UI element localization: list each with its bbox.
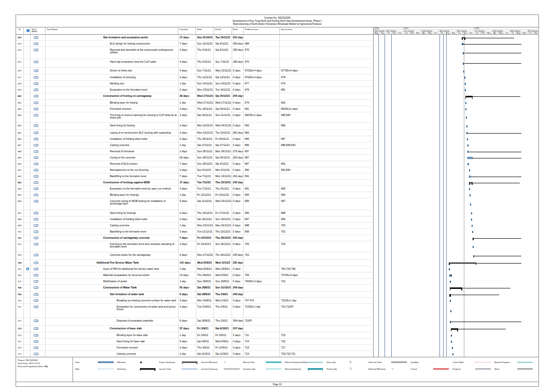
slack-line xyxy=(464,63,521,64)
slack-line xyxy=(458,329,506,329)
cell-successors: 683SS+2 days xyxy=(280,106,374,112)
cell-id: 714 xyxy=(16,332,24,339)
inactive-milestone-sample-icon xyxy=(224,360,239,364)
cell-predecessors: 694 xyxy=(244,192,280,198)
cell-indicators xyxy=(24,68,31,75)
gantt-row xyxy=(374,41,538,47)
legend-sample-finish-only xyxy=(349,367,365,371)
psum-sample-icon xyxy=(182,361,197,363)
cell-id: 682 xyxy=(16,106,24,112)
cell-successors xyxy=(280,326,374,332)
task-mode-icon xyxy=(34,194,38,196)
cell-id: 688 xyxy=(16,149,24,155)
cell-finish: Sat 6/11/21 xyxy=(214,47,232,59)
slack-line xyxy=(474,238,521,239)
cell-indicators xyxy=(24,292,31,298)
task-bar xyxy=(465,102,466,104)
cell-start: Sat 28/8/21 xyxy=(196,285,215,292)
cell-successors xyxy=(280,59,374,68)
legend-sample-psum xyxy=(182,360,197,364)
cell-indicators xyxy=(24,59,31,68)
task-mode-icon xyxy=(34,353,38,355)
gantt-row xyxy=(374,161,538,167)
cell-start: Tue 7/12/21 xyxy=(196,173,215,180)
task-row-700: 700Backfilling to the formation level3 d… xyxy=(16,229,538,235)
cell-predecessors: 683 xyxy=(244,130,280,136)
cell-task-mode xyxy=(31,266,46,272)
cell-start: Mon 27/12/21 xyxy=(196,252,215,260)
cell-task-name: Steel fixing for footing xyxy=(46,123,179,130)
task-row-697: 697Steel fixing for footings2 daysThu 16… xyxy=(16,210,538,216)
cell-task-mode xyxy=(31,75,46,81)
task-mode-icon xyxy=(34,156,38,159)
cell-float: 0 days xyxy=(232,123,244,130)
cell-indicators xyxy=(24,167,31,173)
cell-finish: Sat 13/11/21 xyxy=(214,75,232,81)
timescale-month: Mar xyxy=(415,32,420,34)
legend-item: Critical Split xyxy=(452,360,494,364)
cell-predecessors: 670 xyxy=(244,59,280,68)
cell-float: 262 days xyxy=(232,173,244,180)
task-bar xyxy=(470,204,471,206)
legend-sample-duration-only xyxy=(266,367,281,371)
cell-start: Fri 3/9/21 xyxy=(196,332,215,339)
legend-sample-external xyxy=(391,360,407,364)
legend-item: Critical xyxy=(410,367,452,371)
slack-line xyxy=(463,44,521,45)
task-row-704: 704Additional Fire Service Water Tank141… xyxy=(16,260,538,266)
cell-successors: 699 xyxy=(280,216,374,223)
timescale-year: 2020 xyxy=(374,27,403,30)
cell-start: Sun 28/11/21 xyxy=(196,155,215,161)
timescale-quarter: 3rd Quarter xyxy=(509,30,527,32)
cell-id: 685 xyxy=(16,130,24,136)
cell-duration: 1 day xyxy=(179,351,196,357)
cell-task-name: Curing to the concrete xyxy=(46,155,179,161)
legend-item: Inactive Summary xyxy=(201,367,243,371)
gantt-row xyxy=(374,173,538,180)
cell-predecessors xyxy=(244,180,280,186)
task-row-701: 701Construction of carriageway concrete7… xyxy=(16,235,538,241)
cell-task-mode xyxy=(31,298,46,304)
task-mode-icon xyxy=(34,262,38,264)
cell-successors xyxy=(280,235,374,241)
rollup-sample-icon xyxy=(308,362,323,363)
cell-id: 711 xyxy=(16,304,24,318)
legend-column: Manual TaskDuration-only xyxy=(243,360,285,382)
legend-sample-split xyxy=(98,367,113,371)
task-mode-icon xyxy=(34,327,38,330)
manual-progress-sample-icon xyxy=(517,362,533,363)
cell-start: Sun 5/12/21 xyxy=(196,167,215,173)
slack-line xyxy=(474,256,521,256)
cell-indicators xyxy=(24,93,31,100)
legend-item: Slack xyxy=(494,367,536,371)
cell-id: 672 xyxy=(16,35,24,41)
cell-task-name: Concrete coring of MOB footing for insta… xyxy=(46,198,179,210)
cell-task-name: Removal of formwork xyxy=(46,149,179,155)
task-bar xyxy=(465,83,466,85)
task-row-682: 682Formwork erection3 daysThu 18/11/21Sa… xyxy=(16,106,538,112)
finish-only-sample-icon xyxy=(349,367,365,371)
legend-item: Manual Progress xyxy=(494,360,536,364)
task-row-711: 711Excavation for construction of water … xyxy=(16,304,538,318)
cell-successors: 687 xyxy=(280,136,374,142)
timescale-month: Jun xyxy=(433,32,438,34)
cell-duration: 3 days xyxy=(179,123,196,130)
cell-id: 694 xyxy=(16,186,24,192)
slack-line xyxy=(473,183,520,183)
cell-duration: 2 days xyxy=(179,167,196,173)
task-mode-icon xyxy=(34,138,38,140)
timescale-month: Apr xyxy=(421,32,427,34)
cell-finish: Sat 25/12/21 xyxy=(214,93,232,100)
cell-finish: Mon 20/12/21 xyxy=(214,223,232,229)
cell-duration: 7 days xyxy=(179,173,196,180)
cell-successors: 710 xyxy=(280,279,374,285)
cell-id: 713 xyxy=(16,326,24,332)
cell-indicators xyxy=(24,35,31,41)
task-mode-icon xyxy=(34,254,38,256)
task-mode-icon xyxy=(34,340,38,343)
cell-successors: 715 xyxy=(280,332,374,339)
legend-label: Inactive Milestone xyxy=(201,361,224,364)
cell-predecessors: 715 xyxy=(244,345,280,351)
task-row-692: 692Backfilling to the formation level7 d… xyxy=(16,173,538,180)
cell-successors: 718,719,721 xyxy=(280,351,374,357)
